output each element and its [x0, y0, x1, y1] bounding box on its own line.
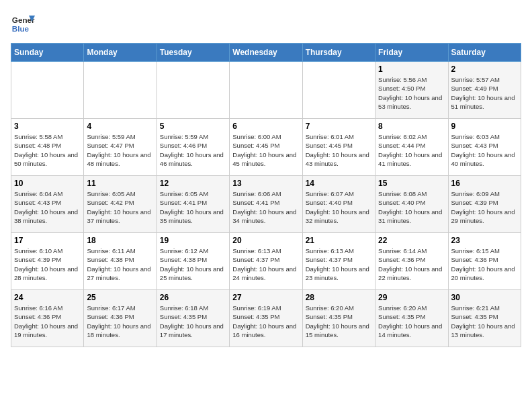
header-day: Wednesday	[230, 44, 302, 62]
calendar-cell	[84, 62, 157, 119]
calendar-cell: 5Sunrise: 5:59 AM Sunset: 4:46 PM Daylig…	[157, 119, 229, 176]
calendar-cell: 9Sunrise: 6:03 AM Sunset: 4:43 PM Daylig…	[448, 119, 521, 176]
day-info: Sunrise: 6:01 AM Sunset: 4:45 PM Dayligh…	[306, 132, 372, 168]
day-info: Sunrise: 6:20 AM Sunset: 4:35 PM Dayligh…	[378, 304, 445, 339]
header-day: Monday	[84, 44, 157, 62]
day-number: 7	[306, 122, 372, 131]
page-header: General Blue	[11, 11, 521, 35]
calendar-cell: 24Sunrise: 6:16 AM Sunset: 4:36 PM Dayli…	[11, 290, 84, 347]
calendar-cell	[230, 62, 302, 119]
header-day: Friday	[375, 44, 448, 62]
calendar-cell: 11Sunrise: 6:05 AM Sunset: 4:42 PM Dayli…	[84, 176, 157, 233]
calendar-cell: 6Sunrise: 6:00 AM Sunset: 4:45 PM Daylig…	[230, 119, 302, 176]
day-number: 22	[378, 236, 445, 245]
day-number: 11	[87, 179, 153, 188]
svg-text:Blue: Blue	[12, 24, 30, 33]
day-number: 29	[378, 293, 445, 302]
header-row: SundayMondayTuesdayWednesdayThursdayFrid…	[11, 44, 521, 62]
day-number: 6	[232, 122, 299, 131]
day-info: Sunrise: 5:58 AM Sunset: 4:48 PM Dayligh…	[14, 132, 81, 168]
day-info: Sunrise: 6:02 AM Sunset: 4:44 PM Dayligh…	[378, 132, 445, 168]
day-number: 18	[87, 236, 153, 245]
calendar-cell: 30Sunrise: 6:21 AM Sunset: 4:35 PM Dayli…	[448, 290, 521, 347]
calendar-cell: 15Sunrise: 6:08 AM Sunset: 4:40 PM Dayli…	[375, 176, 448, 233]
day-number: 8	[378, 122, 445, 131]
day-info: Sunrise: 6:13 AM Sunset: 4:37 PM Dayligh…	[232, 246, 299, 282]
day-number: 12	[160, 179, 226, 188]
calendar-cell: 18Sunrise: 6:11 AM Sunset: 4:38 PM Dayli…	[84, 233, 157, 290]
calendar-cell: 25Sunrise: 6:17 AM Sunset: 4:36 PM Dayli…	[84, 290, 157, 347]
calendar-cell: 7Sunrise: 6:01 AM Sunset: 4:45 PM Daylig…	[302, 119, 375, 176]
calendar-cell: 16Sunrise: 6:09 AM Sunset: 4:39 PM Dayli…	[448, 176, 521, 233]
calendar-cell: 23Sunrise: 6:15 AM Sunset: 4:36 PM Dayli…	[448, 233, 521, 290]
calendar-cell: 10Sunrise: 6:04 AM Sunset: 4:43 PM Dayli…	[11, 176, 84, 233]
calendar-cell	[302, 62, 375, 119]
calendar-table: SundayMondayTuesdayWednesdayThursdayFrid…	[11, 43, 521, 347]
calendar-cell: 28Sunrise: 6:20 AM Sunset: 4:35 PM Dayli…	[302, 290, 375, 347]
calendar-week: 1Sunrise: 5:56 AM Sunset: 4:50 PM Daylig…	[11, 62, 521, 119]
day-info: Sunrise: 6:11 AM Sunset: 4:38 PM Dayligh…	[87, 246, 153, 282]
calendar-cell: 21Sunrise: 6:13 AM Sunset: 4:37 PM Dayli…	[302, 233, 375, 290]
day-info: Sunrise: 6:03 AM Sunset: 4:43 PM Dayligh…	[451, 132, 518, 168]
calendar-cell: 20Sunrise: 6:13 AM Sunset: 4:37 PM Dayli…	[230, 233, 302, 290]
day-info: Sunrise: 5:56 AM Sunset: 4:50 PM Dayligh…	[378, 75, 445, 111]
calendar-cell	[11, 62, 84, 119]
day-number: 3	[14, 122, 81, 131]
day-info: Sunrise: 6:09 AM Sunset: 4:39 PM Dayligh…	[451, 189, 518, 225]
day-info: Sunrise: 6:00 AM Sunset: 4:45 PM Dayligh…	[232, 132, 299, 168]
calendar-cell: 14Sunrise: 6:07 AM Sunset: 4:40 PM Dayli…	[302, 176, 375, 233]
day-info: Sunrise: 6:10 AM Sunset: 4:39 PM Dayligh…	[14, 246, 81, 282]
day-number: 23	[451, 236, 518, 245]
day-info: Sunrise: 6:05 AM Sunset: 4:41 PM Dayligh…	[160, 189, 226, 225]
day-number: 17	[14, 236, 81, 245]
day-info: Sunrise: 6:15 AM Sunset: 4:36 PM Dayligh…	[451, 246, 518, 282]
header-day: Thursday	[302, 44, 375, 62]
calendar-cell: 19Sunrise: 6:12 AM Sunset: 4:38 PM Dayli…	[157, 233, 229, 290]
calendar-week: 24Sunrise: 6:16 AM Sunset: 4:36 PM Dayli…	[11, 290, 521, 347]
day-info: Sunrise: 6:12 AM Sunset: 4:38 PM Dayligh…	[160, 246, 226, 282]
day-number: 9	[451, 122, 518, 131]
header-day: Saturday	[448, 44, 521, 62]
day-info: Sunrise: 6:16 AM Sunset: 4:36 PM Dayligh…	[14, 304, 81, 339]
calendar-cell: 12Sunrise: 6:05 AM Sunset: 4:41 PM Dayli…	[157, 176, 229, 233]
day-info: Sunrise: 6:14 AM Sunset: 4:36 PM Dayligh…	[378, 246, 445, 282]
day-number: 15	[378, 179, 445, 188]
calendar-cell: 1Sunrise: 5:56 AM Sunset: 4:50 PM Daylig…	[375, 62, 448, 119]
day-number: 24	[14, 293, 81, 302]
calendar-cell: 22Sunrise: 6:14 AM Sunset: 4:36 PM Dayli…	[375, 233, 448, 290]
day-number: 10	[14, 179, 81, 188]
calendar-cell: 17Sunrise: 6:10 AM Sunset: 4:39 PM Dayli…	[11, 233, 84, 290]
day-number: 16	[451, 179, 518, 188]
day-info: Sunrise: 5:59 AM Sunset: 4:46 PM Dayligh…	[160, 132, 226, 168]
day-info: Sunrise: 6:21 AM Sunset: 4:35 PM Dayligh…	[451, 304, 518, 339]
calendar-cell: 29Sunrise: 6:20 AM Sunset: 4:35 PM Dayli…	[375, 290, 448, 347]
day-number: 28	[306, 293, 372, 302]
day-info: Sunrise: 6:19 AM Sunset: 4:35 PM Dayligh…	[232, 304, 299, 339]
day-number: 4	[87, 122, 153, 131]
calendar-week: 10Sunrise: 6:04 AM Sunset: 4:43 PM Dayli…	[11, 176, 521, 233]
calendar-cell: 13Sunrise: 6:06 AM Sunset: 4:41 PM Dayli…	[230, 176, 302, 233]
day-number: 14	[306, 179, 372, 188]
day-info: Sunrise: 6:20 AM Sunset: 4:35 PM Dayligh…	[306, 304, 372, 339]
header-day: Sunday	[11, 44, 84, 62]
day-number: 30	[451, 293, 518, 302]
day-info: Sunrise: 6:04 AM Sunset: 4:43 PM Dayligh…	[14, 189, 81, 225]
logo-icon: General Blue	[11, 11, 35, 35]
day-info: Sunrise: 6:07 AM Sunset: 4:40 PM Dayligh…	[306, 189, 372, 225]
calendar-cell: 2Sunrise: 5:57 AM Sunset: 4:49 PM Daylig…	[448, 62, 521, 119]
calendar-body: 1Sunrise: 5:56 AM Sunset: 4:50 PM Daylig…	[11, 62, 521, 347]
day-info: Sunrise: 6:05 AM Sunset: 4:42 PM Dayligh…	[87, 189, 153, 225]
logo: General Blue	[11, 11, 35, 35]
day-number: 5	[160, 122, 226, 131]
day-number: 26	[160, 293, 226, 302]
day-info: Sunrise: 6:08 AM Sunset: 4:40 PM Dayligh…	[378, 189, 445, 225]
day-number: 13	[232, 179, 299, 188]
calendar-cell: 26Sunrise: 6:18 AM Sunset: 4:35 PM Dayli…	[157, 290, 229, 347]
day-info: Sunrise: 6:13 AM Sunset: 4:37 PM Dayligh…	[306, 246, 372, 282]
day-number: 20	[232, 236, 299, 245]
day-info: Sunrise: 6:17 AM Sunset: 4:36 PM Dayligh…	[87, 304, 153, 339]
day-info: Sunrise: 5:57 AM Sunset: 4:49 PM Dayligh…	[451, 75, 518, 111]
day-number: 27	[232, 293, 299, 302]
calendar-cell: 8Sunrise: 6:02 AM Sunset: 4:44 PM Daylig…	[375, 119, 448, 176]
calendar-week: 3Sunrise: 5:58 AM Sunset: 4:48 PM Daylig…	[11, 119, 521, 176]
